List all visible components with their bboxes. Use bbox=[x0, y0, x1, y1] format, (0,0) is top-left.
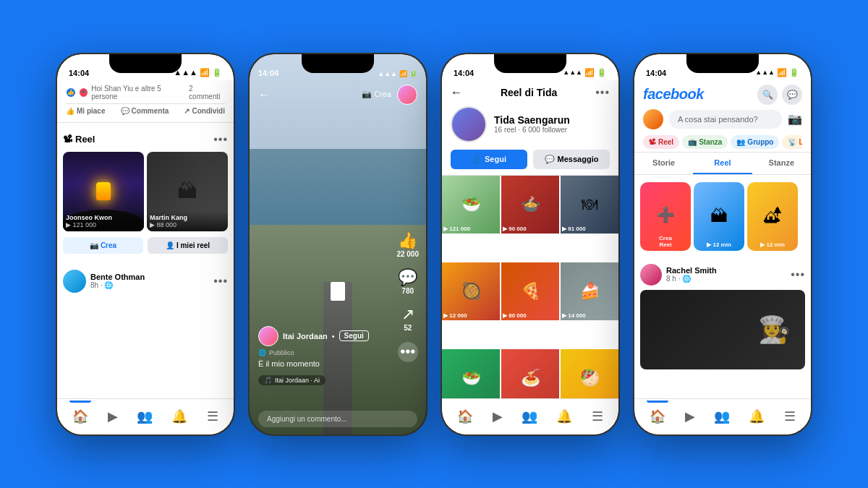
status-icons-1: ▲▲▲ 📶 🔋 bbox=[174, 68, 222, 77]
video-cell-5[interactable]: 🍕 ▶ 80 000 bbox=[501, 262, 559, 320]
profile-avatar-3 bbox=[451, 106, 487, 142]
btn-miei-1[interactable]: 👤 I miei reel bbox=[148, 237, 228, 254]
video-cell-4[interactable]: 🥘 ▶ 12 000 bbox=[442, 262, 500, 320]
nav-bell-4[interactable]: 🔔 bbox=[749, 408, 765, 424]
like-action-2[interactable]: 👍 22 000 bbox=[396, 231, 419, 258]
phone-4: 14:04 ▲▲▲ 📶 🔋 facebook 🔍 💬 A cosa stai p… bbox=[633, 53, 812, 436]
btn-segui-3[interactable]: 👤 Segui bbox=[451, 150, 527, 169]
food-3: 🍽 bbox=[582, 195, 597, 214]
rachel-avatar-4 bbox=[640, 264, 662, 286]
tab-storie-4[interactable]: Storie bbox=[634, 153, 693, 174]
tab-stanze-4[interactable]: Stanze bbox=[752, 153, 811, 174]
pill-gruppo-4[interactable]: 👥 Gruppo bbox=[731, 135, 779, 149]
photo-icon-4[interactable]: 📷 bbox=[788, 112, 802, 126]
pill-stanza-4[interactable]: 📺 Stanza bbox=[682, 135, 728, 149]
cooking-scene: 👩‍🍳 bbox=[640, 290, 805, 369]
reel-more-1[interactable]: ••• bbox=[213, 133, 228, 146]
signal-3: ▲▲▲ bbox=[563, 69, 582, 76]
bottom-nav-4: 🏠 ▶ 👥 🔔 ☰ bbox=[634, 398, 811, 435]
profile-more-3[interactable]: ••• bbox=[595, 86, 610, 99]
reel-creator-avatar-2 bbox=[397, 85, 417, 105]
nav-video-4[interactable]: ▶ bbox=[685, 408, 695, 424]
create-reel-card-4[interactable]: ➕ CreaReel bbox=[640, 182, 691, 251]
tab-reel-4[interactable]: Reel bbox=[693, 153, 752, 174]
video-cell-2[interactable]: 🍲 ▶ 90 000 bbox=[501, 176, 559, 234]
profile-name-3: Tida Saengarun bbox=[494, 114, 570, 126]
gruppo-pill-icon-4: 👥 bbox=[736, 138, 745, 146]
content-tabs-4: Storie Reel Stanze bbox=[634, 153, 811, 175]
nav-menu-1[interactable]: ☰ bbox=[207, 408, 218, 424]
messenger-icon-4[interactable]: 💬 bbox=[782, 85, 802, 105]
like-reaction: 👍 bbox=[66, 87, 76, 98]
nav-people-3[interactable]: 👥 bbox=[522, 408, 537, 424]
comment-action[interactable]: 💬 Commenta bbox=[121, 107, 169, 115]
nav-menu-3[interactable]: ☰ bbox=[592, 408, 603, 424]
back-arrow-3[interactable]: ← bbox=[451, 86, 462, 99]
nav-home-4[interactable]: 🏠 bbox=[650, 408, 665, 424]
food-2: 🍲 bbox=[521, 195, 540, 214]
reaction-text: Hoi Shan Yiu e altre 5 persone bbox=[91, 85, 186, 100]
reel-card-2-4[interactable]: 🏔 ▶ 12 min bbox=[694, 182, 744, 251]
music-icon-2: 🎵 bbox=[264, 377, 272, 384]
like-icon-2: 👍 bbox=[398, 231, 417, 250]
comment-count-2: 780 bbox=[401, 287, 414, 295]
wifi-3: 📶 bbox=[584, 68, 595, 77]
food-1: 🥗 bbox=[461, 195, 481, 214]
audio-tag-2[interactable]: 🎵 Itai Jordaan · Ai bbox=[258, 375, 326, 385]
time-3: 14:04 bbox=[454, 69, 474, 77]
nav-video-3[interactable]: ▶ bbox=[493, 408, 503, 424]
reaction-bar: 👍 ❤ Hoi Shan Yiu e altre 5 persone 2 com… bbox=[66, 85, 225, 100]
nav-video-1[interactable]: ▶ bbox=[108, 408, 118, 424]
nav-people-4[interactable]: 👥 bbox=[714, 408, 730, 424]
pill-reel-4[interactable]: 📽 Reel bbox=[643, 135, 679, 149]
food-4: 🥘 bbox=[461, 282, 481, 301]
reel-grid-1: Joonseo Kwon ▶ 121 000 🏔 Martin Kang bbox=[63, 152, 228, 231]
comment-icon-2: 💬 bbox=[398, 268, 417, 287]
wifi-4: 📶 bbox=[777, 68, 787, 77]
rachel-post-content-4: 👩‍🍳 bbox=[640, 290, 805, 369]
video-cell-3[interactable]: 🍽 ▶ 81 000 bbox=[561, 176, 618, 234]
rachel-more-4[interactable]: ••• bbox=[791, 268, 805, 281]
share-action-2[interactable]: ↗ 52 bbox=[401, 305, 414, 332]
nav-bell-3[interactable]: 🔔 bbox=[556, 408, 572, 424]
nav-home-3[interactable]: 🏠 bbox=[457, 408, 473, 424]
nav-bell-1[interactable]: 🔔 bbox=[171, 408, 187, 424]
nav-menu-4[interactable]: ☰ bbox=[784, 408, 796, 424]
reel-card-label-2-4: ▶ 12 min bbox=[694, 241, 744, 248]
reel-thumb-1[interactable]: Joonseo Kwon ▶ 121 000 bbox=[63, 152, 144, 231]
fb-logo-row-4: facebook 🔍 💬 bbox=[643, 85, 802, 105]
more-action-2[interactable]: ••• bbox=[398, 342, 418, 362]
rachel-post-info-4: Rachel Smith 8 h · 🌐 bbox=[666, 266, 786, 283]
segui-btn-2[interactable]: Segui bbox=[339, 330, 369, 341]
comment-bar-2[interactable]: Aggiungi un commento... bbox=[258, 411, 417, 427]
btn-crea-1[interactable]: 📷 Crea bbox=[63, 237, 143, 254]
video-cell-6[interactable]: 🍰 ▶ 14 000 bbox=[561, 262, 618, 320]
like-count-2: 22 000 bbox=[396, 250, 419, 258]
reel-thumb-2[interactable]: 🏔 Martin Kang ▶ 88 000 bbox=[147, 152, 228, 231]
notch-1 bbox=[109, 54, 182, 73]
back-arrow-2[interactable]: ← bbox=[258, 88, 270, 101]
reel-card-bg-3-4: 🏕 bbox=[747, 182, 798, 251]
reel-card-bg-2-4: 🏔 bbox=[694, 182, 744, 251]
share-action[interactable]: ↗ Condividi bbox=[184, 107, 225, 115]
profile-info-3: Tida Saengarun 16 reel · 6 000 follower bbox=[451, 106, 610, 142]
like-action[interactable]: 👍 Mi piace bbox=[66, 107, 105, 115]
thinking-input-4[interactable]: A cosa stai pensando? bbox=[669, 110, 782, 129]
food-6: 🍰 bbox=[580, 282, 600, 301]
video-views-4: ▶ 12 000 bbox=[443, 312, 467, 319]
video-views-2: ▶ 90 000 bbox=[503, 226, 527, 232]
comment-action-2[interactable]: 💬 780 bbox=[398, 268, 417, 295]
btn-messaggio-3[interactable]: 💬 Messaggio bbox=[533, 150, 610, 169]
reel-pill-icon-4: 📽 bbox=[649, 138, 656, 146]
nav-people-1[interactable]: 👥 bbox=[137, 408, 153, 424]
reel-card-3-4[interactable]: 🏕 ▶ 12 min bbox=[747, 182, 798, 251]
create-reel-2[interactable]: 📷 Crea bbox=[362, 90, 391, 99]
car bbox=[331, 282, 345, 301]
nav-home-1[interactable]: 🏠 bbox=[72, 408, 88, 424]
post-more-1[interactable]: ••• bbox=[213, 275, 228, 288]
video-cell-1[interactable]: 🥗 ▶ 121 000 bbox=[442, 176, 500, 234]
search-icon-4[interactable]: 🔍 bbox=[757, 85, 778, 105]
post-info-1: Bente Othman 8h · 🌐 bbox=[90, 273, 209, 289]
pill-live-4[interactable]: 📡 Li bbox=[782, 135, 802, 149]
reel-caption-2: È il mio momento bbox=[258, 359, 381, 368]
